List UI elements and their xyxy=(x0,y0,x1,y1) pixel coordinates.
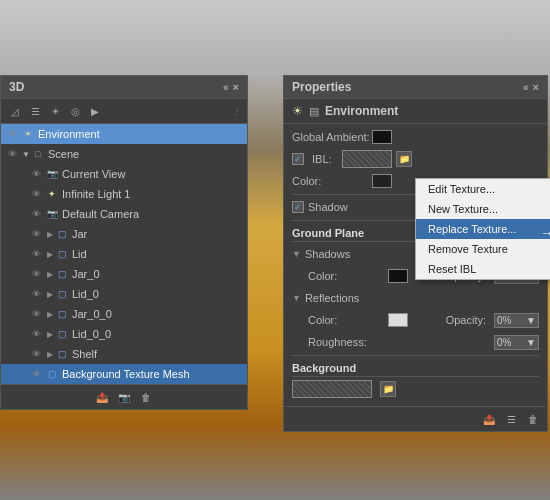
eye-jar00[interactable]: 👁 xyxy=(29,307,43,321)
tree-item-current-view[interactable]: 👁 📷 Current View xyxy=(1,164,247,184)
background-color-row: 📁 xyxy=(292,380,539,398)
props-title: Properties xyxy=(292,80,351,94)
mesh-shelf-icon: ▢ xyxy=(55,347,69,361)
context-menu-edit-texture[interactable]: Edit Texture... xyxy=(416,179,550,199)
panel-3d-footer: 📤 📷 🗑 xyxy=(1,384,247,409)
eye-infinite-light[interactable]: 👁 xyxy=(29,187,43,201)
eye-current-view[interactable]: 👁 xyxy=(29,167,43,181)
light-toolbar-icon[interactable]: ◎ xyxy=(67,103,83,119)
shadows-collapse-arrow[interactable]: ▼ xyxy=(292,249,301,259)
environment-icon: ☀ xyxy=(21,127,35,141)
context-menu-remove-texture[interactable]: Remove Texture xyxy=(416,239,550,259)
reflections-collapse-arrow[interactable]: ▼ xyxy=(292,293,301,303)
grip-icon: ⋮ xyxy=(233,107,241,116)
mesh-bg-icon: ▢ xyxy=(45,367,59,381)
add-layer-icon[interactable]: 📤 xyxy=(94,389,110,405)
tree-item-environment[interactable]: 👁 ☀ Environment xyxy=(1,124,247,144)
eye-jar[interactable]: 👁 xyxy=(29,227,43,241)
background-header: Background xyxy=(292,359,539,377)
mesh-lid00-icon: ▢ xyxy=(55,327,69,341)
eye-default-camera[interactable]: 👁 xyxy=(29,207,43,221)
tree-item-lid[interactable]: 👁 ▶ ▢ Lid xyxy=(1,244,247,264)
mesh-lid-icon: ▢ xyxy=(55,247,69,261)
ibl-preview[interactable] xyxy=(342,150,392,168)
shadows-color-swatch[interactable] xyxy=(388,269,408,283)
tree-item-jar0[interactable]: 👁 ▶ ▢ Jar_0 xyxy=(1,264,247,284)
delete-icon[interactable]: 🗑 xyxy=(138,389,154,405)
props-env-icon: ☀ xyxy=(292,104,303,118)
tree-item-scene[interactable]: 👁 ▼ □ Scene xyxy=(1,144,247,164)
light-icon: ✦ xyxy=(45,187,59,201)
context-menu-reset-ibl[interactable]: Reset IBL xyxy=(416,259,550,279)
shadow-checkbox[interactable]: ✓ xyxy=(292,201,304,213)
panel-3d-header: 3D « × xyxy=(1,76,247,99)
color-swatch[interactable] xyxy=(372,174,392,188)
camera-icon: 📷 xyxy=(45,167,59,181)
arrow-lid[interactable]: ▶ xyxy=(45,247,55,261)
tree-item-lid00[interactable]: 👁 ▶ ▢ Lid_0_0 xyxy=(1,324,247,344)
arrow-jar0[interactable]: ▶ xyxy=(45,267,55,281)
camera2-icon: 📷 xyxy=(45,207,59,221)
shadows-label: Shadows xyxy=(305,248,385,260)
reflections-opacity-dropdown[interactable]: 0% ▼ xyxy=(494,313,539,328)
props-add-icon[interactable]: 📤 xyxy=(481,411,497,427)
environment-toolbar-icon[interactable]: ☀ xyxy=(47,103,63,119)
global-ambient-swatch[interactable] xyxy=(372,130,392,144)
background-folder-btn[interactable]: 📁 xyxy=(380,381,396,397)
arrow-scene[interactable]: ▼ xyxy=(21,147,31,161)
shadows-color-label: Color: xyxy=(308,270,388,282)
layer-toolbar-icon[interactable]: ☰ xyxy=(27,103,43,119)
shadow-label: Shadow xyxy=(308,201,388,213)
mesh-jar0-icon: ▢ xyxy=(55,267,69,281)
scene-toolbar-icon[interactable]: ◿ xyxy=(7,103,23,119)
tree-item-infinite-light[interactable]: 👁 ✦ Infinite Light 1 xyxy=(1,184,247,204)
tree-item-lid0[interactable]: 👁 ▶ ▢ Lid_0 xyxy=(1,284,247,304)
props-env-title-row: ☀ ▤ Environment xyxy=(284,99,547,124)
arrow-jar00[interactable]: ▶ xyxy=(45,307,55,321)
eye-scene[interactable]: 👁 xyxy=(5,147,19,161)
camera-toolbar-icon[interactable]: ▶ xyxy=(87,103,103,119)
arrow-lid0[interactable]: ▶ xyxy=(45,287,55,301)
global-ambient-label: Global Ambient: xyxy=(292,131,372,143)
tree-item-jar00[interactable]: 👁 ▶ ▢ Jar_0_0 xyxy=(1,304,247,324)
arrow-shelf[interactable]: ▶ xyxy=(45,347,55,361)
arrow-jar[interactable]: ▶ xyxy=(45,227,55,241)
eye-jar0[interactable]: 👁 xyxy=(29,267,43,281)
eye-environment[interactable]: 👁 xyxy=(5,127,19,141)
ibl-label: IBL: xyxy=(312,153,342,165)
eye-lid[interactable]: 👁 xyxy=(29,247,43,261)
ibl-checkbox[interactable]: ✓ xyxy=(292,153,304,165)
panel-3d-collapse[interactable]: « xyxy=(223,82,229,93)
tree-item-default-camera[interactable]: 👁 📷 Default Camera xyxy=(1,204,247,224)
props-collapse[interactable]: « xyxy=(523,82,529,93)
reflections-opacity-label: Opacity: xyxy=(446,314,486,326)
prop-ibl: ✓ IBL: 📁 xyxy=(292,150,539,168)
props-layer-icon[interactable]: ☰ xyxy=(503,411,519,427)
panel-3d-tree: 👁 ☀ Environment 👁 ▼ □ Scene 👁 📷 Current … xyxy=(1,124,247,384)
context-menu: Edit Texture... New Texture... Replace T… xyxy=(415,178,550,280)
context-menu-new-texture[interactable]: New Texture... xyxy=(416,199,550,219)
reflections-subsection-label: ▼ Reflections xyxy=(292,289,539,307)
reflections-roughness-dropdown[interactable]: 0% ▼ xyxy=(494,335,539,350)
reflections-color-swatch[interactable] xyxy=(388,313,408,327)
tree-item-background-texture-mesh[interactable]: 👁 ▢ Background Texture Mesh xyxy=(1,364,247,384)
background-preview[interactable] xyxy=(292,380,372,398)
props-close[interactable]: × xyxy=(533,81,539,93)
ibl-folder-btn[interactable]: 📁 xyxy=(396,151,412,167)
eye-bg-mesh[interactable]: 👁 xyxy=(29,367,43,381)
props-section-title: Environment xyxy=(325,104,398,118)
reflections-color-label: Color: xyxy=(308,314,388,326)
eye-shelf[interactable]: 👁 xyxy=(29,347,43,361)
tree-item-jar[interactable]: 👁 ▶ ▢ Jar xyxy=(1,224,247,244)
divider3 xyxy=(292,355,539,356)
arrow-lid00[interactable]: ▶ xyxy=(45,327,55,341)
panel-3d-close[interactable]: × xyxy=(233,81,239,93)
props-delete-icon[interactable]: 🗑 xyxy=(525,411,541,427)
dropdown-arrow2: ▼ xyxy=(526,315,536,326)
scene-icon: □ xyxy=(31,147,45,161)
eye-lid00[interactable]: 👁 xyxy=(29,327,43,341)
tree-item-shelf[interactable]: 👁 ▶ ▢ Shelf xyxy=(1,344,247,364)
eye-lid0[interactable]: 👁 xyxy=(29,287,43,301)
context-menu-replace-texture[interactable]: Replace Texture... xyxy=(416,219,550,239)
add-icon[interactable]: 📷 xyxy=(116,389,132,405)
